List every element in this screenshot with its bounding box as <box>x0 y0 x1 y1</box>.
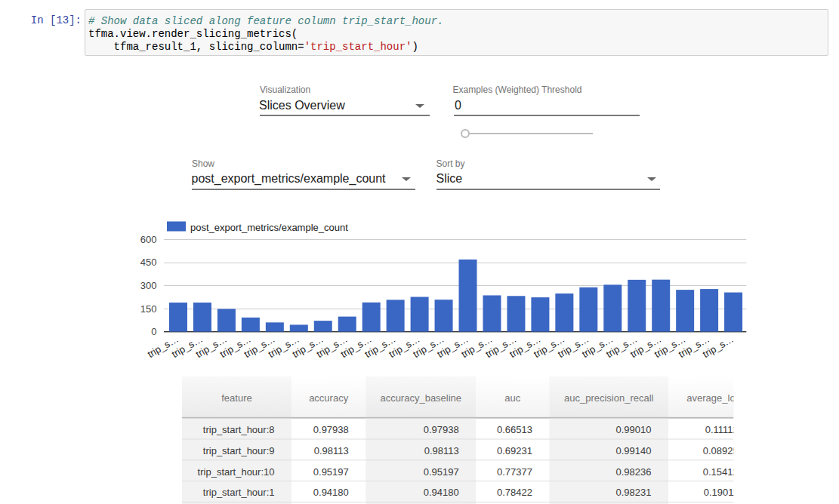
svg-text:0.111125: 0.111125 <box>705 424 744 435</box>
svg-text:0.98236: 0.98236 <box>616 466 652 478</box>
svg-text:0.98113: 0.98113 <box>424 445 459 456</box>
svg-text:auc: auc <box>504 392 520 404</box>
svg-text:0.69231: 0.69231 <box>497 445 532 456</box>
svg-text:0.99010: 0.99010 <box>616 424 652 435</box>
svg-text:feature: feature <box>221 392 251 404</box>
svg-text:accuracy: accuracy <box>309 392 349 404</box>
svg-text:trip_start_hour:10: trip_start_hour:10 <box>198 466 275 478</box>
svg-text:0.66513: 0.66513 <box>497 424 532 435</box>
svg-text:0.98231: 0.98231 <box>616 487 652 498</box>
svg-text:0.94180: 0.94180 <box>313 487 349 498</box>
svg-text:trip_start_hour:8: trip_start_hour:8 <box>203 424 275 435</box>
svg-text:0.97938: 0.97938 <box>313 424 349 435</box>
svg-text:0: 0 <box>151 326 156 337</box>
svg-text:150: 150 <box>140 303 157 315</box>
svg-text:0.78422: 0.78422 <box>497 487 532 498</box>
svg-text:0.089253: 0.089253 <box>703 445 744 456</box>
svg-text:0.95197: 0.95197 <box>313 466 349 478</box>
svg-text:0.77377: 0.77377 <box>497 466 532 478</box>
svg-text:0.97938: 0.97938 <box>424 424 459 435</box>
svg-text:0.95197: 0.95197 <box>424 466 459 478</box>
svg-text:0.99140: 0.99140 <box>616 445 652 456</box>
svg-text:post_export_metrics/example_co: post_export_metrics/example_count <box>190 222 348 233</box>
svg-text:0.98113: 0.98113 <box>314 445 349 456</box>
svg-text:450: 450 <box>140 257 157 268</box>
svg-text:0.154122: 0.154122 <box>703 466 744 478</box>
svg-text:0.190112: 0.190112 <box>704 487 744 498</box>
svg-text:300: 300 <box>140 280 157 291</box>
svg-text:average_loss: average_loss <box>686 392 745 404</box>
svg-text:0.94180: 0.94180 <box>424 487 459 498</box>
svg-text:trip_start_hour:9: trip_start_hour:9 <box>203 445 275 456</box>
svg-text:accuracy_baseline: accuracy_baseline <box>380 392 461 404</box>
svg-text:auc_precision_recall: auc_precision_recall <box>564 392 654 404</box>
svg-text:600: 600 <box>140 234 157 245</box>
svg-text:trip_start_hour:1: trip_start_hour:1 <box>203 487 275 498</box>
